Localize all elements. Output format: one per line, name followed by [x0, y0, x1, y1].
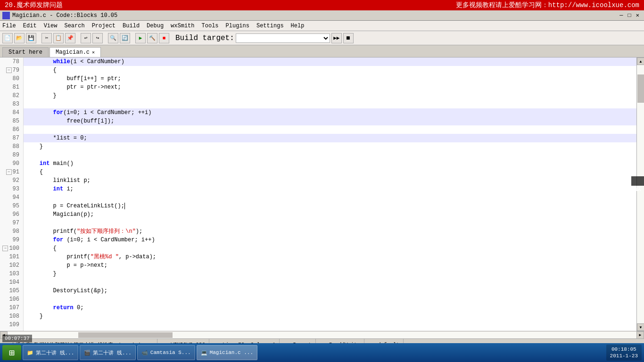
editor-container: 78−798081828384858687888990−919293949596… [0, 58, 644, 331]
code-line-89 [24, 151, 636, 159]
menu-debug[interactable]: Debug [147, 23, 164, 29]
taskbar-icon-2: 📹 [141, 350, 148, 356]
fold-btn-91[interactable]: − [6, 169, 12, 175]
code-line-85: free(buff[i]); [24, 117, 636, 125]
code-line-92: linklist p; [24, 176, 636, 185]
maximize-btn[interactable]: □ [626, 12, 634, 19]
copy-btn[interactable]: 📋 [53, 33, 64, 43]
line-num-80: 80 [0, 74, 23, 83]
line-num-107: 107 [0, 304, 23, 312]
cut-btn[interactable]: ✂ [41, 33, 52, 43]
menu-edit[interactable]: Edit [23, 23, 37, 29]
menu-bar: File Edit View Search Project Build Debu… [0, 21, 644, 31]
taskbar-btn-0[interactable]: 📁 第二十讲 线... [23, 345, 78, 360]
title-text: Magician.c - Code::Blocks 10.05 [12, 12, 117, 19]
banner-left: 20.魔术师发牌问题 [5, 1, 63, 9]
replace-btn[interactable]: 🔄 [120, 33, 130, 43]
code-line-107: return 0; [24, 304, 636, 312]
menu-view[interactable]: View [44, 23, 58, 29]
horizontal-scrollbar[interactable]: ◀ ▶ [0, 331, 644, 338]
line-num-98: 98 [0, 227, 23, 236]
taskbar-icon-3: 💻 [201, 350, 207, 356]
menu-build[interactable]: Build [123, 23, 140, 29]
debug-stop-btn[interactable]: ⏹ [343, 33, 354, 43]
build-target-select[interactable] [236, 33, 330, 43]
line-num-93: 93 [0, 185, 23, 193]
new-btn[interactable]: 📄 [2, 33, 13, 43]
hscroll-thumb[interactable] [78, 332, 173, 338]
minimize-btn[interactable]: ─ [617, 12, 625, 19]
side-badge[interactable]: 默认 [631, 176, 644, 186]
code-line-82: } [24, 91, 636, 100]
menu-file[interactable]: File [2, 23, 16, 29]
build-target-section: Build target: [175, 33, 330, 43]
line-num-78: 78 [0, 58, 23, 66]
tray-time: 00:18:05 2011-1-23 [610, 346, 638, 360]
taskbar-btn-3[interactable]: 💻 Magician.c ... [197, 345, 257, 360]
tab-close-btn[interactable]: ✕ [92, 49, 95, 55]
fold-btn-79[interactable]: − [6, 67, 12, 73]
tab-start-here[interactable]: Start here [2, 47, 49, 57]
line-num-83: 83 [0, 100, 23, 108]
menu-tools[interactable]: Tools [202, 23, 219, 29]
code-line-105: DestoryList(&p); [24, 287, 636, 295]
line-num-84: 84 [0, 108, 23, 117]
code-line-95: p = CreateLinkList(); [24, 202, 636, 210]
taskbar-label-1: 第二十讲 线... [93, 349, 131, 356]
line-num-81: 81 [0, 83, 23, 91]
code-line-100: { [24, 244, 636, 253]
tab-start-label: Start here [8, 49, 42, 56]
scroll-thumb[interactable] [637, 74, 644, 103]
paste-btn[interactable]: 📌 [65, 33, 75, 43]
code-line-86 [24, 125, 636, 134]
taskbar-btn-2[interactable]: 📹 Camtasia S... [137, 345, 195, 360]
code-line-83 [24, 100, 636, 108]
start-button[interactable]: ⊞ [2, 345, 21, 360]
menu-plugins[interactable]: Plugins [226, 23, 249, 29]
overlay-time: 00:07:37 [2, 335, 32, 342]
tab-magician[interactable]: Magician.c ✕ [50, 47, 101, 57]
tab-magician-label: Magician.c [56, 49, 90, 56]
menu-wxsmith[interactable]: wxSmith [171, 23, 194, 29]
tab-bar: Start here Magician.c ✕ [0, 45, 644, 58]
menu-search[interactable]: Search [64, 23, 84, 29]
fold-btn-100[interactable]: − [2, 246, 8, 251]
taskbar-btn-1[interactable]: 🎬 第二十讲 线... [80, 345, 135, 360]
line-num-90: 90 [0, 159, 23, 168]
close-btn[interactable]: ✕ [634, 12, 642, 19]
line-num-89: 89 [0, 151, 23, 159]
taskbar-label-0: 第二十讲 线... [36, 349, 74, 356]
save-btn[interactable]: 💾 [26, 33, 36, 43]
line-num-88: 88 [0, 142, 23, 151]
line-num-96: 96 [0, 210, 23, 219]
build-target-label: Build target: [175, 34, 234, 42]
undo-btn[interactable]: ↩ [81, 33, 91, 43]
open-btn[interactable]: 📂 [14, 33, 25, 43]
build-btn[interactable]: 🔨 [147, 33, 157, 43]
code-line-108: } [24, 312, 636, 321]
menu-settings[interactable]: Settings [256, 23, 284, 29]
scroll-up-btn[interactable]: ▲ [637, 58, 644, 65]
line-num-85: 85 [0, 117, 23, 125]
debug-run-btn[interactable]: ▶▶ [331, 33, 342, 43]
run-btn[interactable]: ▶ [135, 33, 146, 43]
vertical-scrollbar[interactable]: ▲ ▼ [636, 58, 644, 331]
line-num-82: 82 [0, 91, 23, 100]
code-line-79: { [24, 66, 636, 74]
code-area[interactable]: while(i < CardNumber) { buff[i++] = ptr;… [24, 58, 636, 331]
line-num-101: 101 [0, 253, 23, 261]
title-bar: Magician.c - Code::Blocks 10.05 ─ □ ✕ [0, 10, 644, 21]
scroll-track[interactable] [637, 65, 644, 323]
line-num-79: −79 [0, 66, 23, 74]
stop-btn[interactable]: ■ [159, 33, 169, 43]
scroll-down-btn[interactable]: ▼ [637, 323, 644, 331]
app-icon [2, 12, 10, 19]
taskbar-icon-1: 🎬 [84, 350, 91, 356]
menu-help[interactable]: Help [291, 23, 305, 29]
hscroll-track[interactable] [8, 332, 636, 338]
menu-project[interactable]: Project [92, 23, 116, 29]
redo-btn[interactable]: ↪ [92, 33, 103, 43]
find-btn[interactable]: 🔍 [108, 33, 118, 43]
taskbar-tray: 00:18:05 2011-1-23 [606, 345, 642, 361]
hscroll-right-btn[interactable]: ▶ [636, 331, 644, 339]
